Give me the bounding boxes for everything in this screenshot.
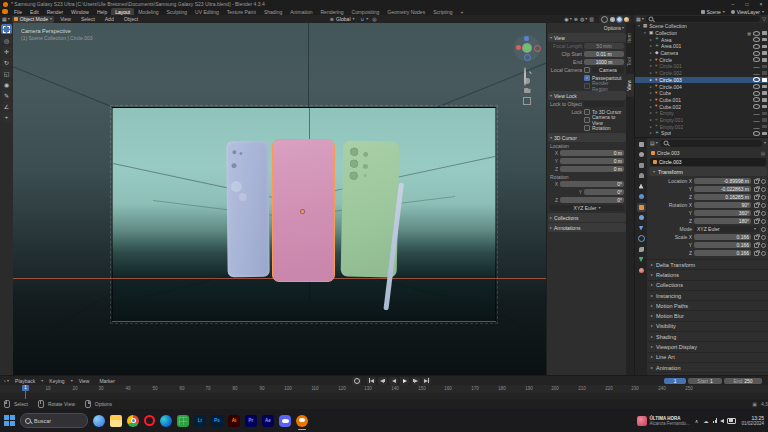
outliner-row-cube-002[interactable]: ▸▾Cube.002 [635,103,768,110]
options-dropdown[interactable]: Options [604,25,621,31]
properties-search-input[interactable] [660,140,762,147]
constraints-tab[interactable] [637,245,646,254]
section-instancing[interactable]: ▸Instancing [647,290,768,300]
outliner-row-empty[interactable]: ▸+Empty [635,110,768,117]
scene-tab[interactable] [637,182,646,191]
hide-eye-icon[interactable] [753,131,760,136]
toggle-ortho-icon[interactable] [523,97,531,105]
lock-to-object-field[interactable] [584,101,624,107]
start-button[interactable] [4,415,15,426]
cursor-loc-z-field[interactable]: 0 m [560,166,624,172]
playhead[interactable]: 1 [22,385,29,400]
overlays-toggle[interactable]: ◍▾ [580,16,587,22]
disable-render-icon[interactable] [762,78,767,82]
expand-caret[interactable]: ▾ [643,31,647,35]
sidebar-tab-view[interactable]: View [626,74,634,97]
cursor-euler-dropdown[interactable]: XYZ Euler▾ [550,205,624,211]
cursor-rot-z-field[interactable]: 0° [560,197,624,203]
disable-render-icon[interactable] [762,85,767,89]
clock[interactable]: 13:25 01/02/2024 [741,415,764,426]
hide-eye-icon[interactable] [753,84,760,89]
disable-render-icon[interactable] [762,38,767,42]
tool-select-box[interactable] [1,24,12,34]
animate-dot-icon[interactable] [761,187,766,192]
snap-options-caret[interactable]: ▾ [366,17,368,21]
outliner-row-circle[interactable]: ▸▾Circle [635,56,768,63]
outliner-row-circle-004[interactable]: ▸▾Circle.004 [635,83,768,90]
tool-rotate[interactable]: ↻ [1,57,12,67]
rotation-y-field[interactable]: 360° [694,210,751,216]
play-button[interactable] [400,377,409,385]
menu-add[interactable]: Add [101,16,118,22]
outliner-search-input[interactable] [646,16,760,22]
outliner-row-cube[interactable]: ▸▾Cube [635,90,768,97]
expand-caret[interactable]: ▾ [637,24,641,28]
rotation-z-field[interactable]: 180° [694,218,751,224]
section-motion-blur[interactable]: ▸Motion Blur [647,310,768,320]
outliner-row-cube-001[interactable]: ▸▾Cube.001 [635,97,768,104]
collections-section-header[interactable]: ▸Collections [548,213,626,222]
taskbar-app-after-effects[interactable]: Ae [262,415,274,427]
hide-eye-icon[interactable] [753,51,760,56]
zoom-view-icon[interactable] [524,68,530,74]
taskbar-app-file-explorer[interactable] [110,415,122,427]
lock-icon[interactable] [754,219,759,224]
tool-add-cube[interactable]: + [1,112,12,122]
disable-render-icon[interactable] [762,71,767,75]
timeline-view-menu[interactable]: View [75,378,94,384]
gizmos-toggle[interactable]: ⊕ [574,16,578,22]
tray-chevron-icon[interactable]: ∧ [695,418,699,424]
animate-dot-icon[interactable] [761,227,766,232]
passepartout-checkbox[interactable]: ✓ [584,75,590,81]
rotation-x-field[interactable]: 90° [694,202,751,208]
jump-to-start-button[interactable] [367,377,376,385]
hide-eye-icon[interactable] [753,91,760,96]
axis-z-negative[interactable] [524,54,531,61]
mode-selector[interactable]: Object Mode ▾ [12,16,54,23]
menu-select[interactable]: Select [77,16,99,22]
playback-menu[interactable]: Playback [11,378,39,384]
transform-panel-header[interactable]: ▾Transform [649,167,767,176]
xray-toggle[interactable]: ▥ [589,16,594,22]
tool-annotate[interactable]: ✎ [1,90,12,100]
lock-icon[interactable] [754,203,759,208]
animate-dot-icon[interactable] [761,251,766,256]
taskbar-app-opera[interactable] [144,415,155,426]
axis-y-positive[interactable] [523,44,531,52]
blender-menu-logo-icon[interactable] [2,9,8,14]
properties-filter-caret[interactable]: ▾ [764,141,766,145]
lock-icon[interactable] [754,243,759,248]
menu-view[interactable]: View [56,16,75,22]
section-delta-transform[interactable]: ▸Delta Transform [647,259,768,269]
tool-move[interactable]: ✛ [1,46,12,56]
transform-orientation-selector[interactable]: ⊕ Global ▾ [330,16,355,22]
lock-icon[interactable] [754,187,759,192]
object-name-field[interactable]: Circle.003 [650,158,766,166]
hide-eye-icon[interactable] [753,57,760,62]
outliner-filter-icon[interactable]: ▽ [762,16,766,22]
hide-eye-icon[interactable] [753,77,760,82]
render-tab[interactable] [637,150,646,159]
lock-icon[interactable] [754,195,759,200]
outliner-row-scene-collection[interactable]: ▾▦Scene Collection [635,23,768,30]
location-y-field[interactable]: -0.022863 m [694,186,751,192]
sidebar-tab-tool[interactable]: Tool [626,51,634,72]
scale-y-field[interactable]: 0.166 [694,242,751,248]
menu-object[interactable]: Object [120,16,142,22]
phone-blue[interactable] [226,141,269,277]
taskbar-app-photoshop[interactable]: Ps [211,415,223,427]
section-relations[interactable]: ▸Relations [647,269,768,279]
disable-render-icon[interactable] [762,45,767,49]
cursor-rot-x-field[interactable]: 0° [560,181,624,187]
disable-render-icon[interactable] [762,51,767,55]
disable-render-icon[interactable] [762,132,767,136]
current-frame-field[interactable]: 1 [664,378,686,384]
section-shading[interactable]: ▸Shading [647,331,768,341]
hide-eye-icon[interactable] [753,64,760,68]
taskbar-app-chrome[interactable] [127,415,139,427]
hide-eye-icon[interactable] [753,44,760,49]
annotations-section-header[interactable]: ▸Annotations [548,223,626,232]
disable-render-icon[interactable] [762,125,767,129]
particles-tab[interactable] [637,224,646,233]
cursor-loc-y-field[interactable]: 0 m [560,158,624,164]
